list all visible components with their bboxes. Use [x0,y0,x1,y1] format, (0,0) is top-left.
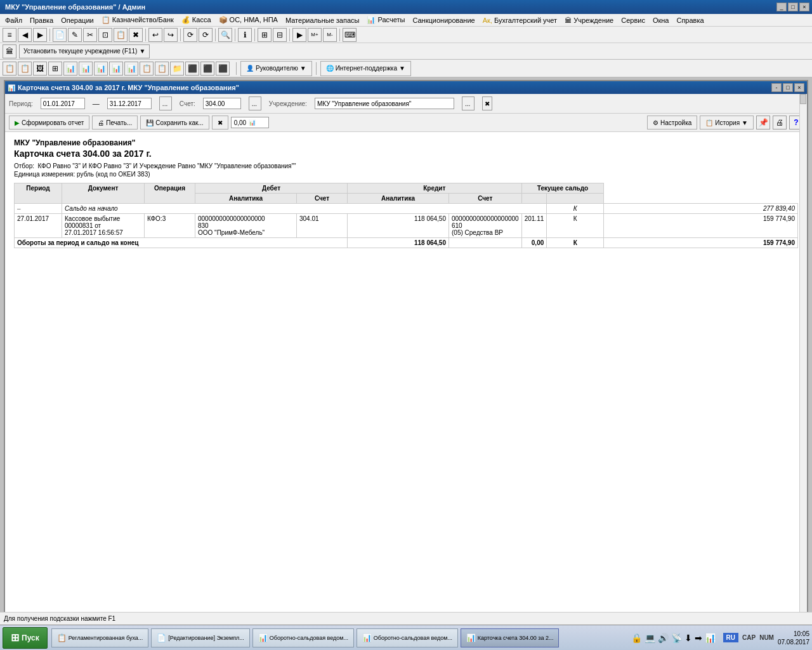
icon-btn-1[interactable]: 📋 [3,62,16,76]
cell-debet-val: 118 064,50 [348,214,449,238]
cell-total-empty [449,238,522,248]
settings-button[interactable]: ⚙ Настройка [647,116,697,129]
icon-btn-5[interactable]: 📊 [63,62,77,76]
schet-input[interactable] [203,98,241,109]
tray-icon-3: 🔊 [658,633,669,643]
refresh2-button[interactable]: ⟳ [199,28,213,42]
menu-treasury[interactable]: 📋 Казначейство/Банк [98,15,178,25]
menu-operations[interactable]: Операции [57,15,97,25]
menu-institution[interactable]: 🏛 Учреждение [561,15,617,25]
institution-icon: 🏛 [3,44,16,58]
taskbar-btn-0[interactable]: 📋 Регламентированная буха... [51,628,149,647]
mplus-button[interactable]: M+ [308,28,322,42]
icon-btn-3[interactable]: 🖼 [33,62,47,76]
icon-btn-13[interactable]: ⬛ [185,62,199,76]
icon-btn-15[interactable]: ⬛ [216,62,230,76]
uchrejd-input[interactable] [315,98,454,109]
new-button[interactable]: 📄 [53,28,67,42]
menu-materials[interactable]: Материальные запасы [282,15,363,25]
doc-close-button[interactable]: × [794,83,804,92]
language-indicator[interactable]: RU [723,633,738,642]
cancel-report-button[interactable]: ✖ [212,116,228,129]
icon-btn-14[interactable]: ⬛ [200,62,214,76]
print-small-button[interactable]: 🖨 [773,116,787,129]
set-institution-button[interactable]: Установить текущее учреждение (F11) ▼ [19,44,150,58]
doc-maximize-button[interactable]: □ [783,83,793,92]
internet-support-button[interactable]: 🌐 Интернет-поддержка ▼ [320,61,411,76]
form-report-button[interactable]: ▶ Сформировать отчет [9,116,89,129]
minimize-button[interactable]: _ [776,3,787,11]
status-text: Для получения подсказки нажмите F1 [4,615,115,622]
taskbar-btn-2[interactable]: 📊 Оборотно-сальдовая ведом... [252,628,354,647]
uchrejd-clear-button[interactable]: ✖ [482,96,492,110]
start-button[interactable]: ⊞ Пуск [3,627,48,649]
menu-service[interactable]: Сервис [617,15,649,25]
report-unit: Единица измерения: рубль (код по ОКЕИ 38… [14,171,798,178]
menu-edit[interactable]: Правка [26,15,57,25]
pin-button[interactable]: 📌 [756,116,770,129]
collapse-button[interactable]: ⊟ [273,28,287,42]
system-tray: 🔒 💻 🔊 📡 ⬇ ➡ 📊 RU CAP NUM 10:05 07.08.201… [627,630,812,646]
taskbar-btn-1[interactable]: 📄 [Редактирование] Экземпл... [151,628,249,647]
mminus-button[interactable]: M- [323,28,337,42]
copy-button[interactable]: ⊡ [98,28,112,42]
save-as-button[interactable]: 💾 Сохранить как... [140,116,209,129]
doc-minimize-button[interactable]: - [771,83,782,92]
menu-kassa[interactable]: 💰 Касса [178,15,215,25]
menu-help[interactable]: Справка [672,15,707,25]
refresh-button[interactable]: ⟳ [183,28,197,42]
icon-btn-2[interactable]: 📋 [18,62,32,76]
search-button[interactable]: 🔍 [218,28,232,42]
print-button[interactable]: 🖨 Печать... [92,116,138,129]
period-to-input[interactable] [107,98,152,109]
menu-accounting[interactable]: Ак, Бухгалтерский учет [479,15,561,25]
cell-saldo-label: Сальдо на начало [62,204,547,214]
vertical-scrollbar[interactable] [799,94,807,623]
taskbar-btn-4[interactable]: 📊 Карточка счета 304.00 за 2... [461,628,560,647]
menu-raschet[interactable]: 📊 Расчеты [363,15,409,25]
doc-title-buttons[interactable]: - □ × [771,83,804,92]
menu-file[interactable]: Файл [1,15,26,25]
play-button[interactable]: ▶ [292,28,306,42]
undo-button[interactable]: ↩ [148,28,162,42]
info-button[interactable]: ℹ [238,28,252,42]
icon-btn-9[interactable]: 📊 [124,62,138,76]
menu-os[interactable]: 📦 ОС, НМА, НПА [215,15,282,25]
redo-button[interactable]: ↪ [164,28,178,42]
cut-button[interactable]: ✂ [83,28,97,42]
title-bar-buttons[interactable]: _ □ × [776,3,809,11]
edit-button[interactable]: ✎ [68,28,82,42]
col-analitika-k: Аналитика [348,194,449,204]
menu-windows[interactable]: Окна [649,15,673,25]
tray-icon-1: 🔒 [631,633,642,643]
period-from-input[interactable] [41,98,85,109]
icon-btn-12[interactable]: 📁 [170,62,184,76]
menu-sanction[interactable]: Санкционирование [409,15,478,25]
period-picker-button[interactable]: ... [159,96,172,110]
rukovoditel-button[interactable]: 👤 Руководителю ▼ [240,61,312,76]
close-button[interactable]: × [799,3,809,11]
icon-btn-8[interactable]: 📊 [109,62,123,76]
keyboard-button[interactable]: ⌨ [343,28,357,42]
icon-btn-4[interactable]: ⊞ [48,62,62,76]
uchrejd-picker-button[interactable]: ... [462,96,475,110]
menu-icon-button[interactable]: ≡ [3,28,16,42]
taskbar-btn-3[interactable]: 📊 Оборотно-сальдовая ведом... [357,628,458,647]
col-operation: Операция [145,183,195,204]
delete-button[interactable]: ✖ [129,28,143,42]
schet-picker-button[interactable]: ... [249,96,261,110]
paste-button[interactable]: 📋 [114,28,128,42]
maximize-button[interactable]: □ [788,3,798,11]
col-schet-d: Счет [297,194,348,204]
icon-btn-7[interactable]: 📊 [94,62,108,76]
expand-button[interactable]: ⊞ [258,28,272,42]
separator5 [235,29,235,41]
col-period: Период [15,183,62,204]
icon-btn-10[interactable]: 📋 [140,62,154,76]
icon-btn-11[interactable]: 📋 [155,62,169,76]
forward-button[interactable]: ▶ [33,28,47,42]
doc-title-bar: 📊 Карточка счета 304.00 за 2017 г. МКУ "… [5,81,807,94]
back-button[interactable]: ◀ [18,28,32,42]
icon-btn-6[interactable]: 📊 [79,62,93,76]
history-button[interactable]: 📋 История ▼ [700,116,754,129]
